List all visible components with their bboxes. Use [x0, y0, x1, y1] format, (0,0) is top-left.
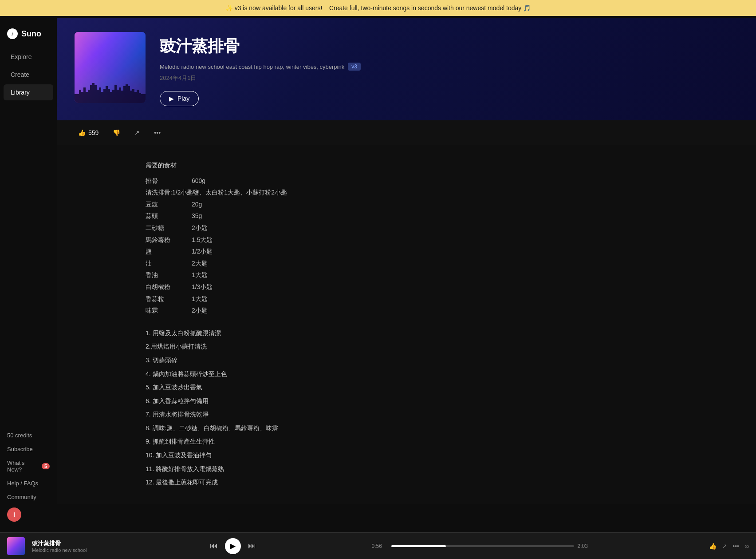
progress-area: 0:56 2:03: [372, 543, 594, 549]
ingredient-row-5: 鹽 1/2小匙: [146, 246, 367, 258]
sidebar-item-explore[interactable]: Explore: [4, 49, 53, 65]
like-icon: 👍: [78, 129, 86, 136]
step-1: 1. 用鹽及太白粉抓醃跟清潔: [146, 327, 367, 339]
ingredient-row-2: 蒜頭 35g: [146, 210, 367, 222]
ingredient-amount-4: 1.5大匙: [192, 234, 213, 246]
player-thumbnail: [7, 537, 25, 555]
steps-list: 1. 用鹽及太白粉抓醃跟清潔 2.用烘焙用小蘇打清洗 3. 切蒜頭碎 4. 鍋內…: [146, 327, 367, 488]
section-title: 需要的食材: [146, 159, 367, 171]
whats-new-link[interactable]: What's New? 5: [4, 456, 53, 476]
whats-new-badge: 5: [42, 463, 50, 469]
ingredient-row-10: 味霖 2小匙: [146, 305, 367, 317]
sidebar-item-library[interactable]: Library: [4, 84, 53, 100]
sidebar-item-create[interactable]: Create: [4, 67, 53, 83]
skip-forward-button[interactable]: ⏭: [248, 541, 256, 551]
sidebar-bottom: 50 credits Subscribe What's New? 5 Help …: [0, 428, 57, 525]
hero-info: 豉汁蒸排骨 Melodic radio new school east coas…: [160, 32, 738, 106]
song-thumbnail: [75, 32, 146, 103]
ingredient-name-7: 香油: [146, 269, 181, 281]
current-time: 0:56: [372, 543, 388, 549]
step-8: 8. 調味:鹽、二砂糖、白胡椒粉、馬鈴薯粉、味霖: [146, 422, 367, 434]
progress-fill: [391, 545, 446, 547]
player-play-button[interactable]: ▶: [225, 538, 241, 554]
ingredient-row-wash: 清洗排骨:1/2小匙鹽、太白粉1大匙、小蘇打粉2小匙: [146, 186, 367, 198]
ingredient-amount-9: 1大匙: [192, 293, 208, 305]
share-button[interactable]: ↗: [131, 127, 143, 138]
community-link[interactable]: Community: [4, 490, 53, 504]
tags-text: Melodic radio new school east coast hip …: [160, 63, 344, 70]
main-content: 豉汁蒸排骨 Melodic radio new school east coas…: [57, 18, 756, 540]
hero-section: 豉汁蒸排骨 Melodic radio new school east coas…: [57, 18, 756, 120]
ingredient-row-4: 馬鈴薯粉 1.5大匙: [146, 234, 367, 246]
player-share-button[interactable]: ↗: [722, 543, 727, 550]
ingredient-name-4: 馬鈴薯粉: [146, 234, 181, 246]
song-tags: Melodic radio new school east coast hip …: [160, 63, 738, 71]
credits-display: 50 credits: [4, 428, 53, 442]
player-more-button[interactable]: •••: [732, 543, 739, 550]
ingredient-row-6: 油 2大匙: [146, 258, 367, 270]
lyrics-block: 需要的食材 排骨 600g 清洗排骨:1/2小匙鹽、太白粉1大匙、小蘇打粉2小匙…: [146, 159, 367, 488]
ingredient-amount-6: 2大匙: [192, 258, 208, 270]
song-title: 豉汁蒸排骨: [160, 36, 738, 57]
player-song-title: 豉汁蒸排骨: [32, 539, 94, 547]
play-label: Play: [177, 95, 189, 102]
ingredient-name-8: 白胡椒粉: [146, 281, 181, 293]
ingredient-name-1: 豆豉: [146, 198, 181, 210]
subscribe-button[interactable]: Subscribe: [4, 442, 53, 456]
ingredient-row-3: 二砂糖 2小匙: [146, 222, 367, 234]
ingredient-amount-5: 1/2小匙: [192, 246, 213, 258]
banner-text2: Create full, two-minute songs in seconds…: [329, 4, 531, 12]
ingredient-name-6: 油: [146, 258, 181, 270]
logo[interactable]: ♪ Suno: [0, 25, 57, 48]
more-button[interactable]: •••: [150, 127, 164, 138]
ingredient-amount-3: 2小匙: [192, 222, 208, 234]
share-icon: ↗: [134, 129, 140, 136]
ingredient-name-2: 蒜頭: [146, 210, 181, 222]
like-count: 559: [88, 129, 98, 136]
step-7: 7. 用清水將排骨洗乾淨: [146, 408, 367, 420]
ingredient-amount-7: 1大匙: [192, 269, 208, 281]
whats-new-label: What's New?: [7, 460, 39, 473]
ingredient-row: 排骨 600g: [146, 175, 367, 187]
actions-bar: 👍 559 👎 ↗ •••: [57, 120, 756, 145]
step-11: 11. 將醃好排骨放入電鍋蒸熟: [146, 463, 367, 475]
step-9: 9. 抓醃到排骨產生生彈性: [146, 436, 367, 448]
loop-icon: ∞: [744, 543, 749, 550]
ingredient-row-9: 香蒜粒 1大匙: [146, 293, 367, 305]
ingredient-wash: 清洗排骨:1/2小匙鹽、太白粉1大匙、小蘇打粉2小匙: [146, 186, 287, 198]
ingredient-amount-2: 35g: [192, 210, 202, 222]
thumbnail-image: [75, 32, 146, 103]
step-2: 2.用烘焙用小蘇打清洗: [146, 341, 367, 353]
ingredient-amount-0: 600g: [192, 175, 205, 187]
player-controls: ⏮ ▶ ⏭: [210, 538, 256, 554]
ingredient-name-10: 味霖: [146, 305, 181, 317]
ingredient-row-1: 豆豉 20g: [146, 198, 367, 210]
play-button[interactable]: ▶ Play: [160, 91, 199, 106]
banner-text1: ✨ v3 is now available for all users!: [225, 4, 323, 12]
dislike-button[interactable]: 👎: [109, 127, 124, 138]
ingredient-row-7: 香油 1大匙: [146, 269, 367, 281]
skip-back-button[interactable]: ⏮: [210, 541, 218, 551]
user-avatar[interactable]: I: [7, 507, 21, 522]
bottom-player: 豉汁蒸排骨 Melodic radio new school ⏮ ▶ ⏭ 0:5…: [0, 532, 756, 559]
progress-bar[interactable]: [391, 545, 574, 547]
dislike-icon: 👎: [113, 129, 120, 136]
step-5: 5. 加入豆豉炒出香氣: [146, 381, 367, 393]
play-icon: ▶: [169, 95, 174, 102]
help-link[interactable]: Help / FAQs: [4, 476, 53, 490]
ingredient-name-9: 香蒜粒: [146, 293, 181, 305]
step-4: 4. 鍋內加油將蒜頭碎炒至上色: [146, 368, 367, 380]
player-song-subtitle: Melodic radio new school: [32, 547, 94, 553]
top-banner: ✨ v3 is now available for all users! Cre…: [0, 0, 756, 16]
ingredient-name-5: 鹽: [146, 246, 181, 258]
total-time: 2:03: [578, 543, 594, 549]
ingredient-amount-8: 1/3小匙: [192, 281, 213, 293]
player-like-button[interactable]: 👍: [709, 543, 717, 550]
ingredient-name-3: 二砂糖: [146, 222, 181, 234]
player-right-controls: 👍 ↗ ••• ∞: [709, 543, 749, 550]
step-10: 10. 加入豆豉及香油拌勻: [146, 449, 367, 461]
step-3: 3. 切蒜頭碎: [146, 354, 367, 366]
step-12: 12. 最後撒上蔥花即可完成: [146, 476, 367, 488]
player-info: 豉汁蒸排骨 Melodic radio new school: [32, 539, 94, 553]
like-button[interactable]: 👍 559: [75, 127, 102, 138]
